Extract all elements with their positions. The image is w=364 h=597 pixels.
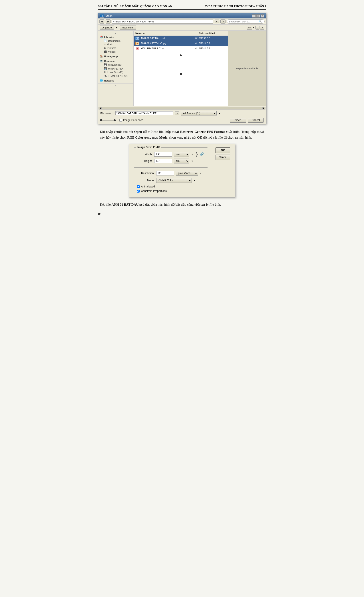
scroll-left-btn[interactable]: ◀ [99, 107, 102, 110]
filename-label: File name: [100, 112, 114, 115]
col-date-header[interactable]: Date modified [197, 31, 228, 35]
bold-filename: ANH 01 BAT DAU.psd [111, 203, 144, 206]
titlebar-controls[interactable]: – □ ✕ [252, 15, 264, 17]
file-item-1[interactable]: JP ANH 01 KET THUC.jpg 4/15/2014 3:1 [134, 41, 228, 46]
path-bai-tap[interactable]: BAI TAP 01 [142, 20, 154, 23]
file-date-2: 4/14/2014 8:1 [195, 47, 226, 50]
h-scrollbar[interactable] [102, 107, 262, 110]
constrain-label[interactable]: Constrain Proportions [141, 189, 167, 193]
path-du-lieu[interactable]: DU LIEU [129, 20, 139, 23]
sequence-arrow-svg [100, 118, 118, 122]
rasterize-dialog: Image Size: 11.4K Width: cm ▼ } 🔗 [129, 144, 235, 197]
ok-cancel-group: OK Cancel [216, 148, 230, 160]
usb-icon: 🔌 [104, 74, 107, 77]
file-list: Ps ANH 01 BAT DAU.psd 8/19/1999 3:3 JP A… [134, 36, 228, 106]
sidebar-network[interactable]: 🌐 Network [98, 79, 133, 82]
back-btn[interactable]: ◀ [100, 19, 104, 24]
close-btn[interactable]: ✕ [261, 15, 264, 17]
down-dot [134, 73, 228, 75]
minimize-btn[interactable]: – [252, 15, 256, 17]
width-unit-select[interactable]: cm [174, 152, 189, 157]
anti-aliased-label[interactable]: Anti-aliased [141, 185, 155, 188]
refresh-btn[interactable]: ⟳ [220, 19, 225, 24]
sidebar-win7d[interactable]: 💾 WIN7(D) (C:) [98, 63, 133, 67]
path-bien-tap[interactable]: BIEN TAP [116, 20, 126, 23]
filename-row: File name: ▼ All Formats (*.*) ▼ [98, 110, 266, 117]
search-bar: 🔍 [227, 19, 264, 24]
search-input[interactable] [229, 20, 258, 23]
view-icon-btn[interactable]: □ [256, 26, 259, 30]
file-item-0[interactable]: Ps ANH 01 BAT DAU.psd 8/19/1999 3:3 [134, 36, 228, 41]
network-icon: 🌐 [100, 79, 103, 82]
height-row: Height: cm ▼ [137, 158, 205, 164]
height-unit-arrow: ▼ [191, 160, 193, 162]
sidebar-videos[interactable]: 🎬 Videos [98, 50, 133, 54]
image-seq-area: Image Sequence [100, 118, 228, 122]
path-dropdown-btn[interactable]: ▼ [215, 20, 219, 23]
sidebar-homegroup-section: 🏠 Homegroup [98, 55, 133, 58]
file-item-2[interactable]: Ai MAU TEXTURE 01.ai 4/14/2014 8:1 [134, 46, 228, 51]
path-bar: ▸ BIEN TAP ▸ DU LIEU ▸ BAI TAP 01 [112, 20, 213, 24]
sidebar-transcend[interactable]: 🔌 TRANSCEND (J:) [98, 74, 133, 78]
music-icon: ♫ [104, 43, 106, 46]
width-input[interactable] [154, 152, 172, 157]
body-paragraph: Khi nhấp chuột vào nút Open để mở các fi… [98, 129, 266, 140]
resolution-input[interactable] [156, 171, 174, 175]
col-name-header[interactable]: Name ▲ [134, 31, 197, 35]
dialog-bottom-row: Image Sequence Open Cancel [98, 117, 266, 124]
filename-input[interactable] [116, 111, 173, 115]
height-input[interactable] [154, 159, 172, 163]
help-btn[interactable]: ? [260, 26, 264, 30]
cancel-button[interactable]: Cancel [216, 155, 230, 160]
file-name-0: ANH 01 BAT DAU.psd [141, 37, 195, 39]
image-sequence-checkbox[interactable] [119, 119, 122, 122]
new-folder-btn[interactable]: New folder [120, 25, 136, 30]
pictures-icon: 🖼 [104, 47, 106, 49]
sidebar-winxpc[interactable]: 💾 WINXP(C) (D:) [98, 67, 133, 71]
constrain-checkbox[interactable] [137, 190, 139, 193]
file-list-header: Name ▲ Date modified [134, 31, 228, 36]
sidebar-pictures[interactable]: 🖼 Pictures [98, 46, 133, 50]
anti-aliased-checkbox[interactable] [137, 185, 139, 188]
path-sep1: ▸ [113, 20, 115, 23]
mode-select[interactable]: CMYK Color [156, 178, 192, 183]
sidebar-homegroup[interactable]: 🏠 Homegroup [98, 55, 133, 58]
link-proportions-icon: } [196, 152, 198, 157]
height-label: Height: [137, 159, 153, 163]
resolution-unit-select[interactable]: pixels/inch [176, 171, 198, 176]
maximize-btn[interactable]: □ [256, 15, 260, 17]
sidebar-documents[interactable]: 📄 Documents [98, 39, 133, 43]
sidebar-music[interactable]: ♫ Music [98, 43, 133, 46]
file-name-1: ANH 01 KET THUC.jpg [141, 42, 195, 45]
image-sequence-check[interactable]: Image Sequence [119, 119, 143, 122]
height-unit-select[interactable]: cm [174, 158, 189, 164]
filename-dropdown-btn[interactable]: ▼ [175, 111, 179, 115]
search-icon: 🔍 [259, 20, 262, 23]
bold-rasterize: Rasterize Generic EPS Format [180, 130, 225, 134]
preview-text: No preview available. [235, 67, 259, 70]
width-label: Width: [137, 153, 153, 156]
mode-label: Mode: [137, 179, 155, 182]
path-sep3: ▸ [140, 20, 141, 23]
format-select[interactable]: All Formats (*.*) [181, 111, 217, 116]
organize-btn[interactable]: Organize [100, 25, 114, 30]
view-list-btn[interactable]: ≡≡ [247, 26, 252, 30]
bold-ok: OK [197, 136, 202, 139]
sidebar-local-disk[interactable]: 🗄 Local Disk (E:) [98, 71, 133, 74]
svg-point-2 [100, 119, 102, 121]
format-dropdown-icon: ▼ [218, 112, 221, 115]
sidebar-libraries-label[interactable]: Libraries [104, 36, 114, 39]
view-controls: ≡≡ ▼ □ ? [247, 26, 264, 30]
bold-mode: Mode [159, 136, 167, 139]
cancel-btn[interactable]: Cancel [248, 118, 264, 123]
videos-icon: 🎬 [104, 50, 107, 53]
ok-button[interactable]: OK [216, 148, 230, 153]
file-date-0: 8/19/1999 3:3 [195, 37, 226, 39]
rasterize-fields: Image Size: 11.4K Width: cm ▼ } 🔗 [134, 148, 208, 194]
open-btn[interactable]: Open [230, 118, 246, 123]
forward-btn[interactable]: ▶ [106, 19, 110, 24]
library-icon: 📚 [100, 36, 103, 39]
localdisk-icon: 🗄 [104, 71, 106, 73]
width-row: Width: cm ▼ } 🔗 [137, 152, 205, 157]
scroll-right-btn[interactable]: ▶ [262, 107, 265, 110]
